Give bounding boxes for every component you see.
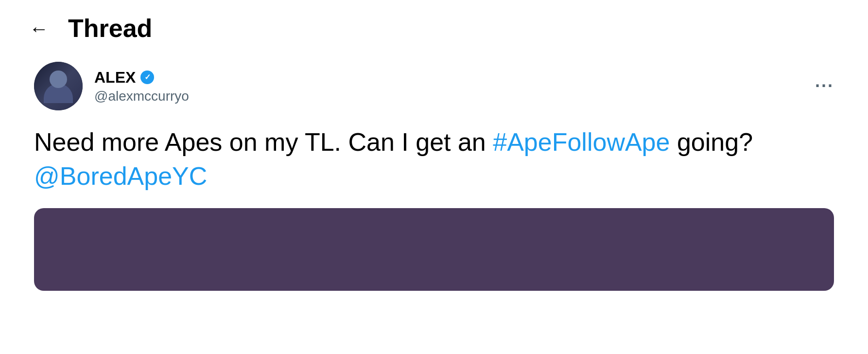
checkmark-icon: ✓ xyxy=(144,73,151,81)
username[interactable]: @alexmccurryo xyxy=(94,88,189,104)
media-preview xyxy=(34,208,834,291)
tweet-text-going: going? xyxy=(670,128,753,156)
user-text: ALEX ✓ @alexmccurryo xyxy=(94,69,189,104)
user-row: ALEX ✓ @alexmccurryo ··· xyxy=(34,62,834,110)
page-container: ← Thread ALEX ✓ @alexmccur xyxy=(0,0,868,354)
tweet-text: Need more Apes on my TL. Can I get an #A… xyxy=(34,125,834,193)
display-name-row: ALEX ✓ xyxy=(94,69,189,87)
thread-header: ← Thread xyxy=(29,15,839,42)
more-options-button[interactable]: ··· xyxy=(815,76,834,96)
back-button[interactable]: ← xyxy=(29,19,49,38)
avatar-image xyxy=(34,62,83,110)
avatar[interactable] xyxy=(34,62,83,110)
tweet-container: ALEX ✓ @alexmccurryo ··· Need more Apes … xyxy=(29,62,839,290)
mention-bored-ape-yc[interactable]: @BoredApeYC xyxy=(34,162,207,190)
hashtag-ape-follow-ape[interactable]: #ApeFollowApe xyxy=(493,128,670,156)
verified-badge: ✓ xyxy=(140,71,154,84)
page-title: Thread xyxy=(68,15,152,42)
user-info: ALEX ✓ @alexmccurryo xyxy=(34,62,189,110)
display-name[interactable]: ALEX xyxy=(94,69,136,87)
tweet-text-plain: Need more Apes on my TL. Can I get an xyxy=(34,128,493,156)
